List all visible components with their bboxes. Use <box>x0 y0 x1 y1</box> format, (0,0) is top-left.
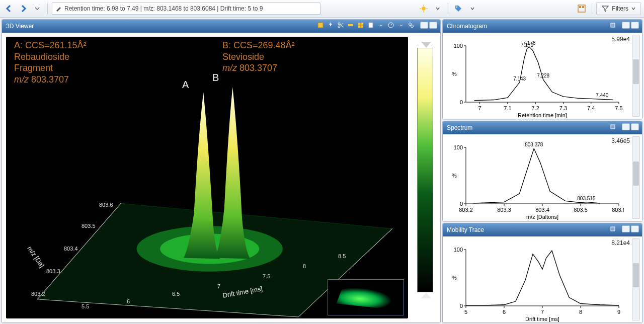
viewer-body[interactable]: A B Drift time [ms] 5.5 6 6.5 7 7.5 8 8.… <box>2 33 440 322</box>
svg-text:803.4: 803.4 <box>535 207 549 213</box>
svg-text:%: % <box>452 173 457 179</box>
viewer-title: 3D Viewer <box>6 23 34 30</box>
filters-label: Filters <box>612 5 628 12</box>
viewer-header-tools <box>316 21 437 29</box>
colorbar[interactable] <box>417 48 433 292</box>
svg-text:803.6: 803.6 <box>612 207 624 213</box>
link-icon[interactable] <box>407 21 415 29</box>
toolbar-separator <box>47 3 48 14</box>
ruler-icon[interactable] <box>347 21 355 29</box>
tag-dropdown[interactable] <box>466 3 478 15</box>
svg-point-19 <box>409 23 412 26</box>
svg-text:7.3: 7.3 <box>559 105 567 111</box>
svg-rect-8 <box>582 6 584 8</box>
layout-icon[interactable] <box>576 3 588 15</box>
scissors-icon[interactable] <box>337 21 345 29</box>
export-icon[interactable] <box>609 225 617 233</box>
nav-forward-button[interactable] <box>17 3 29 15</box>
svg-rect-9 <box>318 23 323 28</box>
mobility-header[interactable]: Mobility Trace <box>443 223 642 236</box>
mobility-window-controls[interactable] <box>622 225 639 232</box>
svg-text:5: 5 <box>464 309 467 315</box>
chromatogram-window-controls[interactable] <box>622 22 639 29</box>
spectrum-window-controls[interactable] <box>622 123 639 130</box>
spectrum-scrollbar[interactable] <box>632 136 640 218</box>
chromatogram-body[interactable]: 5.99e4 0100%77.17.27.37.47.5Retention ti… <box>443 33 642 119</box>
export-icon[interactable] <box>609 123 617 131</box>
svg-text:7.2: 7.2 <box>532 105 539 111</box>
svg-point-20 <box>411 25 414 28</box>
colorbar-top-handle[interactable] <box>421 42 431 48</box>
gauge-icon[interactable] <box>387 21 395 29</box>
svg-text:100: 100 <box>454 43 463 49</box>
pencil-icon <box>55 6 61 12</box>
svg-text:803.515: 803.515 <box>577 196 596 201</box>
svg-text:9: 9 <box>617 309 620 315</box>
svg-text:803.3: 803.3 <box>497 207 511 213</box>
svg-text:6: 6 <box>503 309 506 315</box>
peak-label-b: B <box>212 72 219 84</box>
svg-text:7: 7 <box>541 309 544 315</box>
workspace: 3D Viewer <box>0 18 644 324</box>
mobility-title: Mobility Trace <box>447 226 484 233</box>
mobility-panel: Mobility Trace 8.21e4 0100%56789Drift ti… <box>442 223 642 323</box>
page-dropdown[interactable] <box>377 21 385 29</box>
svg-text:7.440: 7.440 <box>596 93 608 98</box>
svg-rect-16 <box>369 23 373 28</box>
cube-icon[interactable] <box>316 21 325 29</box>
tag-icon[interactable] <box>452 3 464 15</box>
chromatogram-panel: Chromatogram 5.99e4 0100%77.17.27.37.47.… <box>442 19 642 119</box>
svg-point-0 <box>422 7 426 11</box>
colorbar-bottom-handle[interactable] <box>421 292 431 298</box>
viewer-header[interactable]: 3D Viewer <box>2 20 440 33</box>
viewer-window-controls[interactable] <box>420 22 437 29</box>
svg-text:7.228: 7.228 <box>537 73 549 78</box>
sun-dropdown[interactable] <box>432 3 444 15</box>
svg-point-10 <box>338 23 340 25</box>
chromatogram-title: Chromatogram <box>447 23 487 30</box>
svg-text:7.5: 7.5 <box>615 105 622 111</box>
svg-line-18 <box>391 24 392 25</box>
mini-preview[interactable] <box>328 279 404 315</box>
svg-rect-7 <box>579 6 581 8</box>
page-icon[interactable] <box>367 21 375 29</box>
svg-point-11 <box>338 26 340 28</box>
spectrum-title: Spectrum <box>447 124 472 131</box>
svg-text:7.4: 7.4 <box>587 105 595 111</box>
svg-text:7.178: 7.178 <box>523 40 536 46</box>
svg-text:803.5: 803.5 <box>574 207 588 213</box>
filter-expression-field[interactable]: Retention time: 6.98 to 7.49 | m/z: 803.… <box>52 3 320 15</box>
chromatogram-header[interactable]: Chromatogram <box>443 20 642 33</box>
sun-icon[interactable] <box>418 3 430 15</box>
filters-button[interactable]: Filters <box>596 2 641 15</box>
svg-rect-12 <box>348 24 353 26</box>
spectrum-body[interactable]: 3.46e5 0100%803.2803.3803.4803.5803.6m/z… <box>443 134 642 220</box>
export-icon[interactable] <box>609 21 617 29</box>
gauge-dropdown[interactable] <box>397 21 405 29</box>
spectrum-header[interactable]: Spectrum <box>443 121 642 134</box>
main-toolbar: Retention time: 6.98 to 7.49 | m/z: 803.… <box>0 0 644 18</box>
annotation-a: A: CCS=261.15Å² Rebaudioside Fragment m/… <box>14 40 87 85</box>
funnel-icon <box>602 5 609 12</box>
chevron-down-icon <box>631 7 635 11</box>
svg-text:0: 0 <box>460 201 463 207</box>
mobility-scrollbar[interactable] <box>632 238 640 320</box>
svg-text:%: % <box>452 71 457 77</box>
nav-back-button[interactable] <box>3 3 15 15</box>
svg-text:0: 0 <box>460 99 463 105</box>
pin-icon[interactable] <box>327 21 335 29</box>
svg-rect-75 <box>611 227 615 231</box>
svg-text:m/z [Daltons]: m/z [Daltons] <box>526 214 558 220</box>
svg-rect-28 <box>611 23 615 27</box>
svg-text:Drift time [ms]: Drift time [ms] <box>525 316 559 322</box>
svg-text:100: 100 <box>454 144 463 150</box>
chromatogram-scrollbar[interactable] <box>632 35 640 117</box>
svg-text:Retention time [min]: Retention time [min] <box>518 112 567 118</box>
nav-dropdown-button[interactable] <box>31 3 43 15</box>
svg-text:7.1: 7.1 <box>504 105 511 111</box>
filter-expression-text: Retention time: 6.98 to 7.49 | m/z: 803.… <box>64 5 263 12</box>
svg-text:803.2: 803.2 <box>459 207 473 213</box>
grid-icon[interactable] <box>357 21 365 29</box>
svg-text:100: 100 <box>454 247 463 253</box>
mobility-body[interactable]: 8.21e4 0100%56789Drift time [ms] <box>443 236 642 322</box>
